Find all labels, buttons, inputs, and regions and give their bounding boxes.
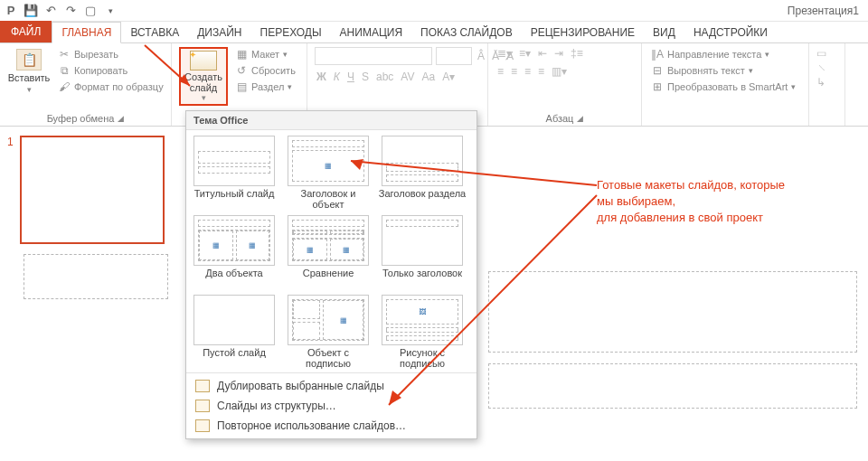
- cmd-reuse-slides[interactable]: Повторное использование слайдов…: [186, 416, 476, 436]
- layout-blank[interactable]: Пустой слайд: [190, 295, 278, 371]
- new-slide-gallery: Тема Office Титульный слайд ▦ Заголовок …: [185, 110, 477, 439]
- start-slideshow-icon[interactable]: ▢: [83, 4, 98, 18]
- tab-addins[interactable]: НАДСТРОЙКИ: [684, 23, 777, 42]
- change-case-button[interactable]: Aa: [420, 71, 437, 83]
- cut-button[interactable]: ✂Вырезать: [56, 47, 165, 61]
- tab-review[interactable]: РЕЦЕНЗИРОВАНИЕ: [522, 23, 644, 42]
- format-painter-button[interactable]: 🖌Формат по образцу: [56, 80, 165, 94]
- copy-button[interactable]: ⧉Копировать: [56, 63, 165, 78]
- bold-button[interactable]: Ж: [315, 71, 328, 83]
- copy-label: Копировать: [74, 65, 127, 76]
- cut-label: Вырезать: [74, 49, 118, 60]
- cmd-slides-from-outline[interactable]: Слайды из структуры…: [186, 396, 476, 416]
- tab-file[interactable]: ФАЙЛ: [0, 21, 52, 42]
- duplicate-icon: [195, 380, 210, 392]
- increase-font-icon[interactable]: Â: [476, 50, 486, 62]
- tab-slideshow[interactable]: ПОКАЗ СЛАЙДОВ: [411, 23, 522, 42]
- font-family-combo[interactable]: [315, 47, 432, 65]
- font-color-button[interactable]: A▾: [440, 71, 457, 83]
- undo-icon[interactable]: ↶: [43, 4, 58, 18]
- section-icon: ▤: [235, 80, 248, 93]
- strike-button[interactable]: S: [360, 71, 371, 83]
- slide-thumbnail-pane[interactable]: 1: [0, 127, 181, 461]
- align-right-icon[interactable]: ≡: [523, 65, 533, 78]
- group-shapes: ▭ ⟍ ↳: [809, 43, 845, 126]
- tab-transitions[interactable]: ПЕРЕХОДЫ: [251, 23, 331, 42]
- layout-title-only[interactable]: Только заголовок: [378, 215, 467, 291]
- paste-label: Вставить: [8, 72, 51, 83]
- shape-rect-icon[interactable]: ▭: [816, 47, 826, 60]
- text-direction-button[interactable]: ‖AНаправление текста▾: [649, 47, 771, 61]
- copy-icon: ⧉: [58, 64, 71, 77]
- line-spacing-icon[interactable]: ‡≡: [569, 47, 585, 60]
- layout-title-content[interactable]: ▦ Заголовок и объект: [284, 136, 373, 212]
- cmd-label: Дублировать выбранные слайды: [217, 380, 384, 392]
- annotation-text: Готовые макеты слайдов, которые мы выбир…: [597, 177, 785, 227]
- dialog-launcher-icon[interactable]: ◢: [118, 114, 124, 123]
- shape-arrow-icon[interactable]: ↳: [816, 76, 826, 89]
- italic-button[interactable]: К: [332, 71, 342, 83]
- slide-thumbnail-placeholder[interactable]: [24, 254, 168, 299]
- layout-section-header[interactable]: Заголовок раздела: [378, 136, 467, 212]
- layout-label: Титульный слайд: [194, 188, 275, 212]
- layout-label: Заголовок раздела: [379, 188, 466, 212]
- annotation-line: мы выбираем,: [597, 193, 785, 210]
- paste-button[interactable]: 📋 Вставить ▾: [7, 47, 51, 96]
- layout-content-caption[interactable]: ▦ Объект с подписью: [284, 295, 373, 371]
- subtitle-placeholder[interactable]: [488, 363, 857, 409]
- title-placeholder[interactable]: [488, 271, 857, 353]
- layout-comparison[interactable]: ▦▦ Сравнение: [284, 215, 373, 291]
- font-size-combo[interactable]: [436, 47, 472, 65]
- char-spacing-button[interactable]: AV: [399, 71, 416, 83]
- tab-design[interactable]: ДИЗАЙН: [188, 23, 250, 42]
- app-icon: P: [4, 4, 18, 18]
- text-direction-label: Направление текста: [667, 49, 761, 60]
- increase-indent-icon[interactable]: ⇥: [552, 47, 565, 60]
- section-button[interactable]: ▤Раздел▾: [233, 80, 297, 94]
- new-slide-icon: [190, 51, 217, 71]
- reset-button[interactable]: ↺Сбросить: [233, 63, 297, 78]
- decrease-indent-icon[interactable]: ⇤: [536, 47, 549, 60]
- smartart-button[interactable]: ⊞Преобразовать в SmartArt▾: [649, 80, 797, 94]
- bullets-icon[interactable]: ≣▾: [495, 47, 514, 60]
- align-left-icon[interactable]: ≡: [495, 65, 505, 78]
- group-paragraph: ≣▾ ≡▾ ⇤ ⇥ ‡≡ ≡ ≡ ≡ ≡ ▥▾ Абзац◢: [488, 43, 642, 126]
- annotation-line: для добавления в свой проект: [597, 210, 785, 226]
- clipboard-group-label: Буфер обмена: [47, 113, 115, 124]
- qat-customize-icon[interactable]: ▾: [103, 4, 118, 18]
- columns-icon[interactable]: ▥▾: [550, 65, 569, 78]
- dialog-launcher-icon[interactable]: ◢: [577, 114, 583, 123]
- justify-icon[interactable]: ≡: [536, 65, 546, 78]
- numbering-icon[interactable]: ≡▾: [517, 47, 533, 60]
- layout-title-slide[interactable]: Титульный слайд: [190, 136, 278, 212]
- align-text-button[interactable]: ⊟Выровнять текст▾: [649, 63, 755, 78]
- reset-label: Сбросить: [251, 65, 296, 76]
- layout-button[interactable]: ▦Макет▾: [233, 47, 297, 61]
- new-slide-button[interactable]: Создать слайд ▾: [183, 51, 224, 102]
- slide-thumbnail-1[interactable]: [20, 136, 165, 244]
- redo-icon[interactable]: ↷: [63, 4, 78, 18]
- layout-icon: ▦: [235, 48, 248, 61]
- layout-picture-caption[interactable]: 🖼 Рисунок с подписью: [378, 295, 467, 371]
- save-icon[interactable]: 💾: [24, 4, 38, 18]
- shadow-button[interactable]: abc: [374, 71, 395, 83]
- cmd-label: Повторное использование слайдов…: [217, 419, 406, 432]
- cmd-duplicate-slides[interactable]: Дублировать выбранные слайды: [186, 376, 476, 396]
- align-text-label: Выровнять текст: [667, 65, 745, 76]
- layout-label: Рисунок с подписью: [378, 347, 467, 371]
- tab-view[interactable]: ВИД: [644, 23, 684, 42]
- chevron-down-icon: ▾: [202, 93, 206, 102]
- align-center-icon[interactable]: ≡: [509, 65, 519, 78]
- document-title: Презентация1: [788, 5, 864, 17]
- new-slide-highlight: Создать слайд ▾: [179, 47, 228, 106]
- tab-animation[interactable]: АНИМАЦИЯ: [331, 23, 411, 42]
- align-text-icon: ⊟: [651, 64, 664, 77]
- layout-two-content[interactable]: ▦▦ Два объекта: [190, 215, 278, 291]
- shape-line-icon[interactable]: ⟍: [816, 61, 827, 74]
- layout-label: Макет: [251, 49, 279, 60]
- tab-insert[interactable]: ВСТАВКА: [121, 23, 188, 42]
- paste-icon: 📋: [16, 49, 42, 71]
- tab-home[interactable]: ГЛАВНАЯ: [52, 22, 121, 43]
- outline-icon: [195, 400, 210, 412]
- underline-button[interactable]: Ч: [345, 71, 356, 83]
